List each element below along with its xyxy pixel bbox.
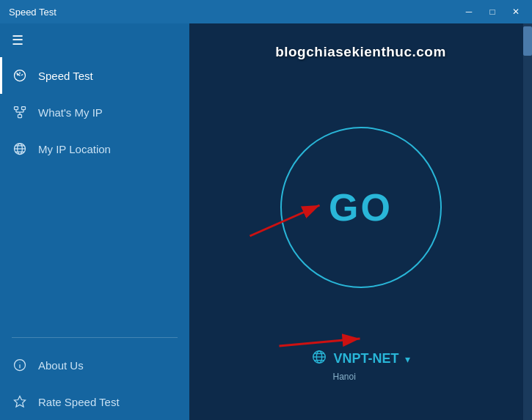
scrollbar-thumb[interactable] (523, 26, 532, 56)
svg-point-15 (20, 362, 21, 363)
globe-icon (12, 141, 28, 157)
sidebar-item-about-us[interactable]: About Us (0, 347, 189, 383)
sidebar-item-my-ip-location-label: My IP Location (38, 143, 111, 155)
sidebar-bottom: About Us Rate Speed Test (0, 328, 189, 420)
go-label: GO (329, 185, 393, 229)
network-globe-icon (311, 349, 327, 369)
chevron-down-icon[interactable]: ▾ (405, 353, 410, 365)
go-button[interactable]: GO (280, 127, 442, 288)
go-circle-container: GO (280, 127, 442, 288)
star-icon (12, 394, 28, 410)
sidebar-item-my-ip-location[interactable]: My IP Location (0, 130, 189, 167)
sidebar-item-about-us-label: About Us (38, 359, 84, 372)
network-info[interactable]: VNPT-NET ▾ Hanoi (311, 349, 409, 369)
speedometer-icon (12, 67, 28, 84)
sidebar-item-rate-speed-test[interactable]: Rate Speed Test (0, 383, 189, 420)
maximize-button[interactable]: □ (482, 4, 503, 19)
close-button[interactable]: ✕ (506, 4, 526, 19)
sidebar-item-whats-my-ip[interactable]: What's My IP (0, 94, 189, 130)
network-name: VNPT-NET (333, 351, 398, 366)
svg-rect-1 (15, 107, 18, 110)
scrollbar-track[interactable] (523, 23, 532, 420)
app-title: Speed Test (9, 7, 57, 18)
hamburger-menu[interactable]: ☰ (0, 23, 189, 57)
sidebar-item-whats-my-ip-label: What's My IP (38, 106, 103, 119)
sidebar-item-speed-test-label: Speed Test (38, 70, 93, 82)
sidebar-divider (12, 337, 178, 338)
watermark: blogchiasekienthuc.com (275, 44, 446, 60)
svg-rect-3 (22, 107, 26, 110)
svg-line-25 (280, 339, 360, 346)
svg-marker-16 (15, 397, 26, 408)
sidebar-item-rate-speed-test-label: Rate Speed Test (38, 396, 120, 408)
svg-rect-2 (18, 114, 22, 117)
sidebar: ☰ Speed Test (0, 23, 189, 420)
network-icon (12, 104, 28, 120)
app-body: ☰ Speed Test (0, 23, 532, 420)
title-bar: Speed Test ─ □ ✕ (0, 0, 532, 23)
network-location: Hanoi (332, 372, 355, 382)
main-content: blogchiasekienthuc.com GO VNPT-NET ▾ Han… (189, 23, 532, 420)
minimize-button[interactable]: ─ (459, 4, 479, 19)
info-icon (12, 357, 28, 373)
window-controls: ─ □ ✕ (459, 4, 526, 19)
sidebar-item-speed-test[interactable]: Speed Test (0, 57, 189, 94)
